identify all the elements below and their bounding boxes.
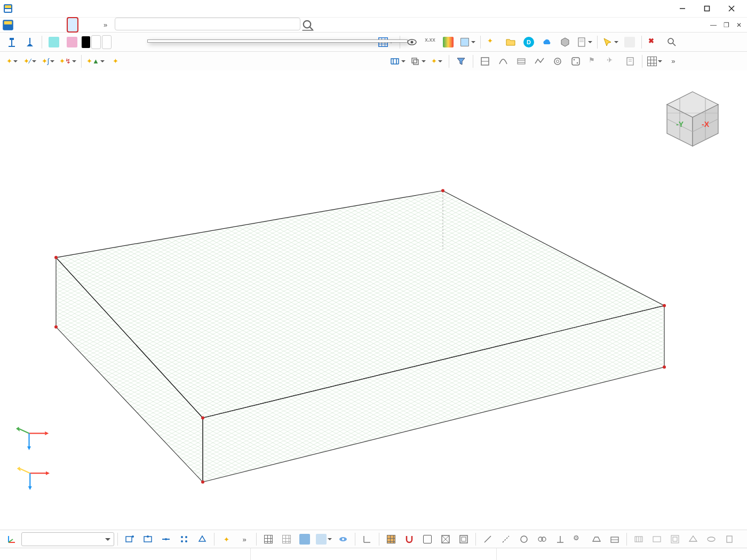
tb-surface-load-button[interactable]: ✦▲: [85, 53, 106, 69]
menu-assign[interactable]: [57, 18, 67, 32]
bb-draw-surface-button[interactable]: [606, 531, 623, 547]
tb-copy-button[interactable]: [408, 53, 427, 69]
tb-color-cyan-button[interactable]: [45, 34, 62, 50]
bb-render-mode-button[interactable]: [314, 531, 333, 547]
tb-report-button[interactable]: [575, 34, 594, 50]
menu-edit[interactable]: [25, 18, 35, 32]
bb-draw-circle-button[interactable]: [515, 531, 533, 547]
tb-cloud-button[interactable]: [538, 34, 555, 50]
tb-ring-button[interactable]: [549, 53, 566, 69]
bb-snap-grid-button[interactable]: [383, 531, 400, 547]
bb-render-fill-button[interactable]: [296, 531, 313, 547]
menu-tools[interactable]: [89, 18, 99, 32]
svg-line-10: [310, 27, 313, 29]
tb-selection-button[interactable]: [601, 34, 620, 50]
bb-draw-circles-button[interactable]: [534, 531, 551, 547]
bb-shape-rect-button[interactable]: [419, 531, 436, 547]
bb-snap-mid-button[interactable]: [139, 531, 156, 547]
svg-rect-26: [412, 58, 417, 63]
bb-magnet-button[interactable]: [401, 531, 418, 547]
tb-plane-button[interactable]: ✈: [603, 53, 621, 69]
bb-guide-6-button[interactable]: [721, 531, 738, 547]
mdi-close-button[interactable]: ✕: [733, 19, 745, 31]
bb-snap-end-button[interactable]: [121, 531, 138, 547]
menu-overflow-icon[interactable]: »: [99, 18, 112, 32]
tb-last-label[interactable]: [102, 35, 112, 49]
window-maximize-button[interactable]: [695, 0, 719, 17]
window-minimize-button[interactable]: [670, 0, 695, 17]
bb-draw-perp-button[interactable]: [552, 531, 569, 547]
bb-draw-line-button[interactable]: [479, 531, 496, 547]
viewport-3d[interactable]: -Y -X: [0, 70, 747, 530]
bb-guide-2-button[interactable]: [648, 531, 665, 547]
menu-view[interactable]: [35, 18, 46, 32]
tb-clip-button[interactable]: [495, 53, 512, 69]
bb-guide-4-button[interactable]: [685, 531, 702, 547]
tb-cross-load-button[interactable]: ✦↯: [58, 53, 78, 69]
bb-snap-support-button[interactable]: [194, 531, 211, 547]
tb-new-node-button[interactable]: [3, 34, 20, 50]
tb-block-button[interactable]: [557, 34, 574, 50]
bb-snap-line-button[interactable]: [157, 531, 174, 547]
tb-section-button[interactable]: [476, 53, 494, 69]
bb-shape-x-button[interactable]: [437, 531, 454, 547]
bb-guide-5-button[interactable]: [703, 531, 720, 547]
bb-render-eye-button[interactable]: [335, 531, 352, 547]
bb-snap-cluster-button[interactable]: [176, 531, 193, 547]
bb-draw-dashed-button[interactable]: [497, 531, 514, 547]
tb-settings-grid-button[interactable]: [646, 53, 664, 69]
tb-dice-button[interactable]: [567, 53, 584, 69]
bb-overflow-icon[interactable]: »: [236, 531, 253, 547]
tb-filter-button[interactable]: [452, 53, 470, 69]
bb-render-2-button[interactable]: [278, 531, 295, 547]
tb-flag-button[interactable]: ⚑: [585, 53, 602, 69]
tb-lc-label[interactable]: [91, 35, 101, 49]
tb-member-load-button[interactable]: ✦∫: [39, 53, 57, 69]
menu-results[interactable]: [78, 18, 89, 32]
bb-cs-combo[interactable]: [21, 532, 114, 546]
window-close-button[interactable]: [719, 0, 744, 17]
tb-hide-button[interactable]: [621, 34, 638, 50]
tb-line-load-button[interactable]: ✦∕: [21, 53, 38, 69]
tb-star-cube-button[interactable]: ✦: [428, 53, 446, 69]
mdi-minimize-button[interactable]: —: [708, 19, 719, 31]
bb-ortho-button[interactable]: [359, 531, 376, 547]
tb-script-button[interactable]: [622, 53, 639, 69]
tb-node-load-button[interactable]: ✦: [3, 53, 20, 69]
tb-cloud-d-button[interactable]: D: [520, 34, 537, 50]
menu-insert[interactable]: [46, 18, 57, 32]
svg-point-49: [54, 325, 58, 329]
app-icon: [3, 4, 13, 13]
mdi-restore-button[interactable]: ❐: [720, 19, 732, 31]
bb-guide-3-button[interactable]: [666, 531, 684, 547]
tb-more-button[interactable]: »: [665, 53, 682, 69]
tb-check-delete-button[interactable]: ✖: [645, 34, 662, 50]
tb-check-search-button[interactable]: [663, 34, 680, 50]
bb-draw-plane-button[interactable]: [588, 531, 605, 547]
status-plane: [497, 548, 743, 560]
bb-guide-1-button[interactable]: [630, 531, 647, 547]
tb-new-model-button[interactable]: ✦: [484, 34, 501, 50]
view-cube[interactable]: -Y -X: [661, 86, 725, 150]
search-input[interactable]: [115, 18, 300, 30]
bb-draw-gear-button[interactable]: ⚙: [570, 531, 587, 547]
bb-imprint-sparkle-button[interactable]: ✦: [218, 531, 235, 547]
tb-color-pink-button[interactable]: [63, 34, 81, 50]
tb-dim-button[interactable]: x.xx: [422, 34, 439, 50]
search-icon[interactable]: [301, 18, 314, 32]
tb-graph-button[interactable]: [531, 53, 548, 69]
tb-open-folder-button[interactable]: [502, 34, 519, 50]
tb-gradient-button[interactable]: [440, 34, 457, 50]
menu-file[interactable]: [14, 18, 25, 32]
tb-results-button[interactable]: [458, 34, 477, 50]
menu-calculate[interactable]: [67, 18, 78, 32]
tb-frame-button[interactable]: [388, 53, 407, 69]
tb-support-button[interactable]: [21, 34, 38, 50]
svg-rect-115: [727, 536, 732, 542]
tb-film-button[interactable]: [513, 53, 530, 69]
bb-cs-icon[interactable]: [3, 531, 20, 547]
bb-render-1-button[interactable]: [260, 531, 277, 547]
tb-area-load-button[interactable]: ✦: [107, 53, 124, 69]
svg-marker-71: [17, 467, 21, 471]
bb-shape-c-button[interactable]: [455, 531, 472, 547]
